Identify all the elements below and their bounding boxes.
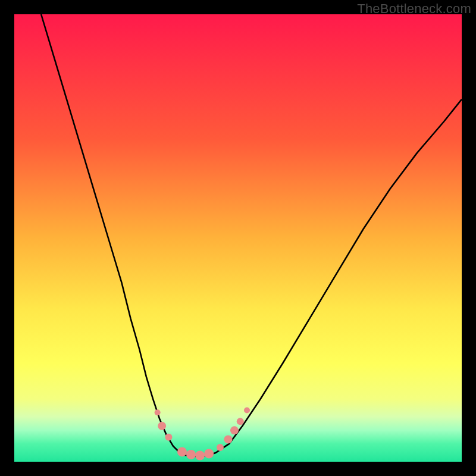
gradient-background <box>14 14 462 462</box>
highlight-marker <box>244 408 250 414</box>
highlight-marker <box>204 449 214 458</box>
highlight-marker <box>186 450 196 459</box>
highlight-marker <box>224 435 232 443</box>
highlight-marker <box>195 450 205 460</box>
highlight-marker <box>158 422 166 430</box>
highlight-marker <box>237 418 244 425</box>
highlight-marker <box>165 434 172 441</box>
plot-area <box>14 14 462 462</box>
highlight-marker <box>155 409 161 415</box>
chart-frame: TheBottleneck.com <box>0 0 476 476</box>
highlight-marker <box>177 447 187 456</box>
highlight-marker <box>230 426 239 434</box>
highlight-marker <box>217 444 224 451</box>
bottleneck-curve-chart <box>14 14 462 462</box>
